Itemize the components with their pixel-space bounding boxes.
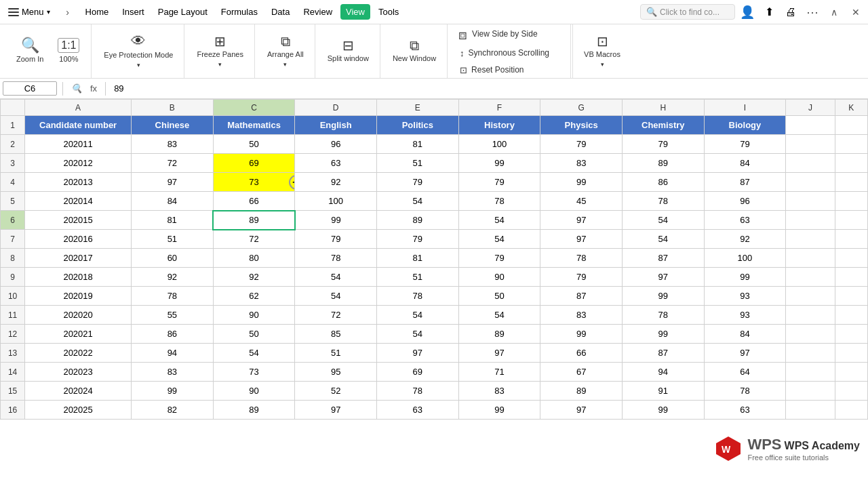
cell-C13[interactable]: 54 <box>213 344 295 363</box>
cell-K9[interactable] <box>835 268 867 287</box>
cell-K8[interactable] <box>835 249 867 268</box>
cell-H2[interactable]: 79 <box>622 135 704 154</box>
cell-H9[interactable]: 97 <box>622 268 704 287</box>
freeze-panes-btn[interactable]: ⊞ Freeze Panes ▾ <box>191 28 248 75</box>
cell-K5[interactable] <box>835 192 867 211</box>
cell-E8[interactable]: 81 <box>377 249 459 268</box>
cell-F11[interactable]: 54 <box>458 306 540 325</box>
menu-page-layout[interactable]: Page Layout <box>153 4 213 20</box>
cell-b1[interactable]: Chinese <box>132 116 214 135</box>
cell-B10[interactable]: 78 <box>132 287 214 306</box>
col-header-g[interactable]: G <box>540 100 623 116</box>
cell-J4[interactable] <box>786 173 835 192</box>
row-header-6[interactable]: 6 <box>1 211 25 230</box>
cell-I14[interactable]: 64 <box>704 363 786 382</box>
cell-e1[interactable]: Politics <box>377 116 459 135</box>
row-header-16[interactable]: 16 <box>1 401 25 420</box>
row-header-14[interactable]: 14 <box>1 363 25 382</box>
cell-J10[interactable] <box>786 287 835 306</box>
cell-I8[interactable]: 100 <box>704 249 786 268</box>
user-icon-btn[interactable]: 👤 <box>738 3 757 22</box>
cell-K6[interactable] <box>835 211 867 230</box>
cell-K13[interactable] <box>835 344 867 363</box>
row-header-5[interactable]: 5 <box>1 192 25 211</box>
cell-F13[interactable]: 97 <box>458 344 540 363</box>
collapse-ribbon-btn[interactable]: ∧ <box>825 3 844 22</box>
menu-review[interactable]: Review <box>298 4 338 20</box>
cell-E15[interactable]: 78 <box>377 382 459 401</box>
cell-F16[interactable]: 99 <box>458 401 540 420</box>
row-header-11[interactable]: 11 <box>1 306 25 325</box>
cell-E12[interactable]: 54 <box>377 325 459 344</box>
cell-J3[interactable] <box>786 154 835 173</box>
cell-d1[interactable]: English <box>295 116 377 135</box>
cell-B5[interactable]: 84 <box>132 192 214 211</box>
cell-C4[interactable]: 73✛ <box>213 173 295 192</box>
cell-G4[interactable]: 99 <box>540 173 623 192</box>
col-header-e[interactable]: E <box>377 100 459 116</box>
cell-A2[interactable]: 202011 <box>25 135 132 154</box>
more-options-btn[interactable]: ⋯ <box>803 3 822 22</box>
cell-J12[interactable] <box>786 325 835 344</box>
cell-A16[interactable]: 202025 <box>25 401 132 420</box>
row-header-2[interactable]: 2 <box>1 135 25 154</box>
row-header-9[interactable]: 9 <box>1 268 25 287</box>
cell-F9[interactable]: 90 <box>458 268 540 287</box>
cell-C10[interactable]: 62 <box>213 287 295 306</box>
cell-B8[interactable]: 60 <box>132 249 214 268</box>
cell-A7[interactable]: 202016 <box>25 230 132 249</box>
view-side-btn[interactable]: ⧈ View Side by Side <box>454 25 542 44</box>
cell-E7[interactable]: 79 <box>377 230 459 249</box>
cell-H12[interactable]: 99 <box>622 325 704 344</box>
cell-C2[interactable]: 50 <box>213 135 295 154</box>
cell-a1[interactable]: Candidate number <box>25 116 132 135</box>
cell-K15[interactable] <box>835 382 867 401</box>
cell-E6[interactable]: 89 <box>377 211 459 230</box>
col-header-d[interactable]: D <box>295 100 377 116</box>
cell-C12[interactable]: 50 <box>213 325 295 344</box>
cell-E13[interactable]: 97 <box>377 344 459 363</box>
cell-H7[interactable]: 54 <box>622 230 704 249</box>
cell-B6[interactable]: 81 <box>132 211 214 230</box>
cell-E9[interactable]: 51 <box>377 268 459 287</box>
cell-J15[interactable] <box>786 382 835 401</box>
cell-F4[interactable]: 79 <box>458 173 540 192</box>
cell-G3[interactable]: 83 <box>540 154 623 173</box>
cell-H10[interactable]: 99 <box>622 287 704 306</box>
cell-K3[interactable] <box>835 154 867 173</box>
cell-H5[interactable]: 78 <box>622 192 704 211</box>
cell-B13[interactable]: 94 <box>132 344 214 363</box>
cell-i1[interactable]: Biology <box>704 116 786 135</box>
cell-H13[interactable]: 87 <box>622 344 704 363</box>
eye-protection-btn[interactable]: 👁 Eye Protection Mode ▾ <box>98 28 178 75</box>
vb-macros-btn[interactable]: ⊡ VB Macros ▾ <box>578 28 626 75</box>
arrange-all-btn[interactable]: ⧉ Arrange All ▾ <box>262 28 309 75</box>
cell-E10[interactable]: 78 <box>377 287 459 306</box>
search-box[interactable]: 🔍 Click to find co... <box>640 4 735 20</box>
share-icon-btn[interactable]: ⬆ <box>760 3 778 22</box>
cell-D15[interactable]: 52 <box>295 382 377 401</box>
cell-F12[interactable]: 89 <box>458 325 540 344</box>
cell-g1[interactable]: Physics <box>540 116 623 135</box>
formula-input[interactable] <box>111 82 865 95</box>
row-header-13[interactable]: 13 <box>1 344 25 363</box>
cell-c1[interactable]: Mathematics <box>213 116 295 135</box>
cell-D12[interactable]: 85 <box>295 325 377 344</box>
cell-C11[interactable]: 90 <box>213 306 295 325</box>
cell-A4[interactable]: 202013 <box>25 173 132 192</box>
cell-D8[interactable]: 78 <box>295 249 377 268</box>
cell-J2[interactable] <box>786 135 835 154</box>
col-header-i[interactable]: I <box>704 100 786 116</box>
cell-J8[interactable] <box>786 249 835 268</box>
cell-C9[interactable]: 92 <box>213 268 295 287</box>
cell-C5[interactable]: 66 <box>213 192 295 211</box>
cell-G5[interactable]: 45 <box>540 192 623 211</box>
cell-h1[interactable]: Chemistry <box>622 116 704 135</box>
cell-C3[interactable]: 69 <box>213 154 295 173</box>
cell-I10[interactable]: 93 <box>704 287 786 306</box>
cell-A3[interactable]: 202012 <box>25 154 132 173</box>
cell-I9[interactable]: 99 <box>704 268 786 287</box>
cell-E4[interactable]: 79 <box>377 173 459 192</box>
cell-H3[interactable]: 89 <box>622 154 704 173</box>
col-header-c[interactable]: C <box>213 100 295 116</box>
